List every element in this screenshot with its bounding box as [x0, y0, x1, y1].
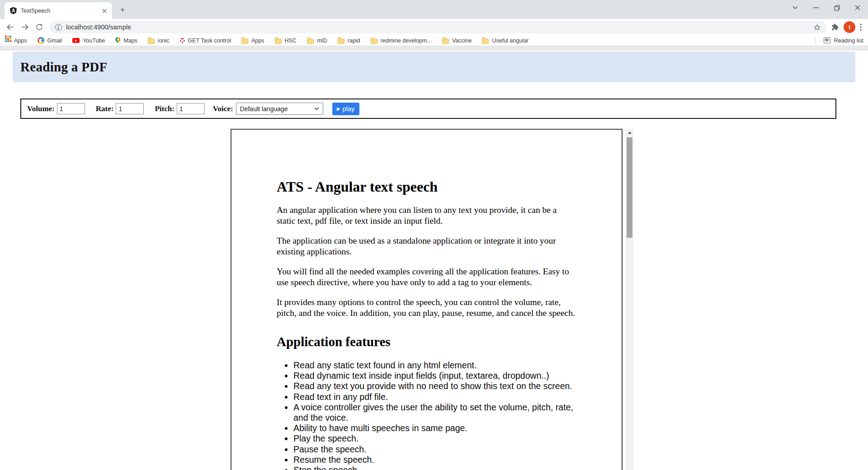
minimize-button[interactable] — [806, 0, 826, 15]
folder-icon — [148, 39, 155, 44]
bookmark-label: mID — [317, 38, 327, 44]
pdf-paragraph: It provides many options to control the … — [277, 297, 576, 318]
bookmark-folder-rapid[interactable]: rapid — [338, 38, 360, 44]
feature-item: Read text in any pdf file. — [293, 392, 576, 402]
bookmark-label: redmine developm... — [381, 38, 432, 44]
bookmark-folder-hsc[interactable]: HSC — [275, 38, 297, 44]
bookmark-label: GET Task control — [188, 38, 231, 44]
folder-icon — [307, 39, 314, 44]
bookmark-label: Apps — [14, 38, 27, 44]
voice-controller-bar: Volume: Rate: Pitch: Voice: Default lang… — [20, 99, 836, 119]
feature-item: Read dynamic text inside input fields (i… — [293, 371, 576, 381]
apps-grid-icon — [5, 36, 7, 38]
volume-input[interactable] — [57, 103, 85, 114]
pdf-paragraph: You will find all the needed examples co… — [277, 266, 576, 287]
forward-icon[interactable] — [18, 20, 32, 34]
tab-title: TextSpeech — [21, 8, 96, 14]
bookmark-folder-mid[interactable]: mID — [307, 38, 327, 44]
reading-list-button[interactable]: Reading list — [815, 37, 863, 44]
bookmark-folder-ionic[interactable]: ionic — [148, 38, 170, 44]
folder-icon — [275, 39, 282, 44]
back-icon[interactable] — [4, 20, 17, 34]
bookmark-label: Apps — [251, 38, 264, 44]
pdf-viewer: ATS - Angular text speech An angular app… — [0, 129, 868, 470]
tab-strip: A TextSpeech + — [0, 0, 868, 19]
site-info-icon[interactable] — [55, 24, 62, 31]
bookmark-star-icon[interactable] — [813, 24, 821, 31]
bookmark-folder-vaccine[interactable]: Vaccine — [442, 38, 472, 44]
browser-tab[interactable]: A TextSpeech — [5, 2, 112, 19]
feature-item: Stop the speech. — [293, 465, 576, 470]
reading-list-icon — [824, 38, 830, 43]
close-window-button[interactable] — [847, 0, 868, 15]
toolbar-right-buttons: I — [830, 21, 864, 33]
play-button[interactable]: ▶ play — [332, 103, 359, 115]
folder-icon — [442, 39, 449, 44]
address-bar[interactable]: localhost:4900/sample — [50, 21, 826, 33]
scroll-up-arrow-icon[interactable] — [626, 129, 633, 136]
page-content: Reading a PDF Volume: Rate: Pitch: Voice… — [0, 46, 868, 470]
play-icon: ▶ — [337, 107, 340, 111]
pdf-scrollbar[interactable] — [626, 129, 633, 470]
feature-item: Pause the speech. — [293, 444, 576, 455]
bookmark-label: rapid — [348, 38, 360, 44]
google-g-icon — [38, 37, 44, 44]
chevron-down-icon — [314, 107, 319, 110]
bookmark-get-task-control[interactable]: GET Task control — [180, 38, 231, 44]
bookmark-label: YouTube — [83, 38, 105, 44]
bookmark-folder-apps[interactable]: Apps — [241, 38, 264, 44]
browser-toolbar: localhost:4900/sample I — [0, 19, 868, 35]
feature-item: Resume the speech. — [293, 455, 576, 465]
voice-select[interactable]: Default language — [236, 103, 323, 115]
tab-search-chevron-icon[interactable] — [785, 0, 806, 15]
maps-pin-icon — [114, 36, 122, 43]
new-tab-button[interactable]: + — [117, 4, 128, 16]
volume-label: Volume: — [27, 104, 55, 113]
extensions-puzzle-icon[interactable] — [831, 23, 839, 31]
play-button-label: play — [343, 105, 355, 113]
restore-button[interactable] — [826, 0, 847, 15]
pitch-label: Pitch: — [155, 104, 174, 113]
feature-item: Read any static text found in any html e… — [293, 360, 576, 371]
bookmark-folder-useful-angular[interactable]: Useful angular — [482, 38, 528, 44]
divider — [815, 37, 816, 44]
folder-icon — [371, 39, 377, 44]
bookmark-label: Useful angular — [492, 38, 528, 44]
folder-icon — [338, 39, 344, 44]
bookmark-label: Vaccine — [452, 38, 472, 44]
bookmarks-bar: Apps Gmail YouTube Maps ionic GET Task c… — [0, 35, 868, 46]
page-header-banner: Reading a PDF — [13, 52, 855, 82]
top-strip — [0, 46, 868, 50]
rate-label: Rate: — [96, 104, 114, 113]
bookmark-youtube[interactable]: YouTube — [72, 38, 105, 44]
reading-list-label: Reading list — [834, 38, 863, 44]
reload-icon[interactable] — [33, 20, 46, 34]
feature-item: Read any text you provide with no need t… — [293, 381, 576, 391]
bookmark-label: Maps — [123, 38, 137, 44]
pdf-page: ATS - Angular text speech An angular app… — [231, 129, 623, 470]
bookmark-label: Gmail — [47, 38, 62, 44]
menu-kebab-icon[interactable] — [860, 24, 862, 31]
bookmark-label: HSC — [285, 38, 297, 44]
bookmark-apps[interactable]: Apps — [5, 38, 27, 44]
pdf-paragraph: An angular application where you can lis… — [277, 205, 576, 226]
folder-icon — [241, 39, 248, 44]
bookmark-gmail[interactable]: Gmail — [38, 37, 62, 44]
rate-input[interactable] — [116, 103, 144, 114]
bookmark-folder-redmine[interactable]: redmine developm... — [371, 38, 432, 44]
pdf-features-list: Read any static text found in any html e… — [277, 360, 576, 470]
angular-favicon-icon: A — [10, 7, 17, 14]
url-text[interactable]: localhost:4900/sample — [66, 24, 809, 31]
pitch-input[interactable] — [177, 103, 205, 114]
page-title: Reading a PDF — [20, 60, 107, 75]
feature-item: Play the speech. — [293, 433, 576, 444]
feature-item: A voice controller gives the user the ab… — [293, 402, 576, 423]
scrollbar-thumb[interactable] — [627, 137, 632, 238]
bookmark-maps[interactable]: Maps — [115, 38, 137, 44]
pdf-doc-title: ATS - Angular text speech — [277, 179, 576, 195]
bookmark-label: ionic — [158, 38, 170, 44]
profile-avatar[interactable]: I — [844, 21, 855, 33]
tab-close-icon[interactable] — [100, 7, 108, 15]
window-controls — [785, 0, 868, 15]
redmine-icon — [180, 38, 185, 43]
